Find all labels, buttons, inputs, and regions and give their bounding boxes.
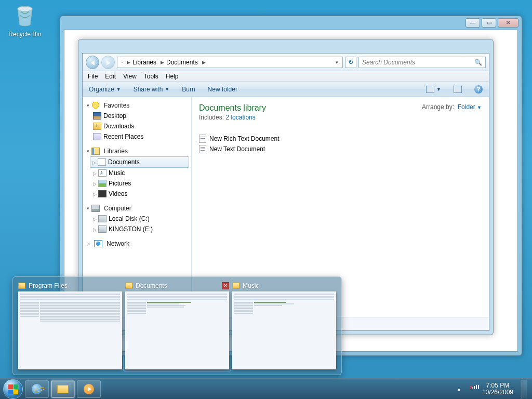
expander-icon: ▾ — [87, 206, 89, 211]
nav-recent-places[interactable]: Recent Places — [83, 131, 191, 142]
search-box[interactable]: Search Documents 🔍 — [358, 57, 486, 68]
bgwin-close-button[interactable]: ✕ — [498, 18, 518, 28]
file-item[interactable]: New Rich Text Document — [199, 134, 482, 144]
refresh-button[interactable]: ↻ — [345, 57, 356, 68]
bgwin-minimize-button[interactable]: — — [466, 18, 480, 28]
cmd-share[interactable]: Share with▼ — [134, 86, 170, 93]
nav-music[interactable]: ▷Music — [83, 168, 191, 178]
star-icon — [91, 102, 100, 109]
command-bar: Organize▼ Share with▼ Burn New folder ▼ … — [83, 82, 489, 97]
chevron-down-icon: ▼ — [116, 87, 121, 92]
nav-forward-button[interactable] — [101, 56, 115, 69]
breadcrumb-libraries[interactable]: Libraries — [132, 59, 156, 66]
thumbnail-documents[interactable]: Documents✕ — [125, 282, 229, 369]
network-icon — [94, 240, 102, 247]
thumbnail-preview — [125, 291, 229, 369]
menu-view[interactable]: View — [123, 73, 137, 80]
libraries-icon — [91, 148, 100, 155]
cmd-view-options[interactable]: ▼ — [426, 86, 441, 93]
folder-icon — [125, 283, 132, 289]
taskbar-wmp[interactable] — [77, 380, 101, 398]
ie-icon — [32, 384, 42, 394]
chevron-down-icon: ▼ — [477, 105, 482, 110]
cmd-organize[interactable]: Organize▼ — [89, 86, 121, 93]
system-tray: ▲ ✕ 7:05 PM 10/26/2009 — [457, 380, 529, 398]
expander-icon: ▷ — [93, 217, 97, 222]
expander-icon: ▷ — [93, 192, 97, 197]
cmd-help[interactable]: ? — [474, 85, 483, 94]
nav-documents[interactable]: ▷Documents — [90, 156, 189, 168]
bgwin-maximize-button[interactable]: ▭ — [482, 18, 496, 28]
cmd-burn[interactable]: Burn — [182, 86, 195, 93]
file-list: New Rich Text Document New Text Document — [199, 134, 482, 154]
thumbnail-program-files[interactable]: Program Files — [18, 282, 122, 369]
nav-section-network[interactable]: ▷Network — [83, 238, 191, 249]
search-icon: 🔍 — [474, 59, 482, 66]
explorer-titlebar[interactable] — [78, 39, 493, 53]
expander-icon: ▷ — [93, 227, 97, 232]
expander-icon: ▾ — [87, 149, 89, 154]
nav-desktop[interactable]: Desktop — [83, 111, 191, 121]
thumbnail-close-button[interactable]: ✕ — [222, 282, 229, 289]
library-locations-link[interactable]: 2 locations — [225, 114, 255, 121]
document-icon — [199, 145, 206, 153]
thumbnail-preview — [18, 291, 122, 369]
desktop-icon — [93, 112, 101, 119]
library-icon — [122, 62, 123, 63]
library-includes: Includes: 2 locations — [199, 114, 266, 121]
library-title: Documents library — [199, 103, 266, 113]
chevron-right-icon: ▶ — [202, 60, 206, 65]
downloads-icon — [93, 123, 101, 130]
cmd-newfolder[interactable]: New folder — [208, 86, 237, 93]
background-window-titlebar[interactable]: — ▭ ✕ — [60, 16, 522, 30]
wmp-icon — [84, 384, 94, 394]
desktop-icon-label: Recycle Bin — [8, 31, 42, 38]
expander-icon: ▷ — [93, 171, 97, 176]
show-desktop-button[interactable] — [522, 380, 527, 398]
recent-places-icon — [93, 133, 101, 140]
nav-kingston-e[interactable]: ▷KINGSTON (E:) — [83, 224, 191, 234]
taskbar-thumbnail-strip: Program Files Documents✕ Music — [12, 276, 342, 375]
address-dropdown[interactable]: ▾ — [334, 60, 340, 65]
tray-overflow-button[interactable]: ▲ — [457, 387, 461, 392]
thumbnail-title: Program Files — [29, 282, 68, 289]
taskbar-explorer[interactable] — [51, 380, 75, 398]
arrange-by[interactable]: Arrange by: Folder ▼ — [422, 103, 482, 111]
nav-pictures[interactable]: ▷Pictures — [83, 178, 191, 189]
nav-local-disk-c[interactable]: ▷Local Disk (C:) — [83, 214, 191, 224]
nav-section-computer[interactable]: ▾Computer — [83, 203, 191, 214]
address-bar[interactable]: ▶Libraries ▶Documents ▶ ▾ — [117, 57, 343, 68]
network-error-icon: ✕ — [469, 385, 473, 390]
menu-help[interactable]: Help — [166, 73, 179, 80]
cmd-preview-pane[interactable] — [454, 86, 462, 93]
tray-clock[interactable]: 7:05 PM 10/26/2009 — [482, 382, 513, 396]
music-icon — [98, 169, 107, 177]
expander-icon: ▷ — [87, 241, 90, 246]
folder-icon — [232, 283, 240, 289]
menu-edit[interactable]: Edit — [105, 73, 116, 80]
clock-date: 10/26/2009 — [482, 389, 513, 396]
nav-videos[interactable]: ▷Videos — [83, 189, 191, 199]
videos-icon — [98, 190, 107, 197]
menu-tools[interactable]: Tools — [144, 73, 158, 80]
file-item[interactable]: New Text Document — [199, 144, 482, 154]
documents-icon — [98, 158, 106, 166]
taskbar-ie[interactable] — [25, 380, 49, 398]
thumbnail-preview — [232, 291, 336, 369]
recycle-bin-icon — [14, 4, 36, 27]
breadcrumb-documents[interactable]: Documents — [166, 59, 198, 66]
drive-icon — [98, 215, 107, 222]
chevron-right-icon: ▶ — [161, 60, 164, 65]
menu-file[interactable]: File — [88, 73, 98, 80]
desktop-icon-recycle-bin[interactable]: Recycle Bin — [8, 4, 42, 38]
nav-section-libraries[interactable]: ▾Libraries — [83, 146, 191, 156]
folder-icon — [57, 385, 69, 393]
nav-downloads[interactable]: Downloads — [83, 121, 191, 131]
nav-back-button[interactable] — [86, 56, 99, 69]
start-button[interactable] — [3, 379, 23, 399]
view-icon — [426, 86, 434, 93]
nav-section-favorites[interactable]: ▾Favorites — [83, 100, 191, 111]
thumbnail-music[interactable]: Music — [232, 282, 336, 369]
expander-icon: ▷ — [92, 160, 96, 165]
expander-icon: ▾ — [87, 103, 89, 108]
